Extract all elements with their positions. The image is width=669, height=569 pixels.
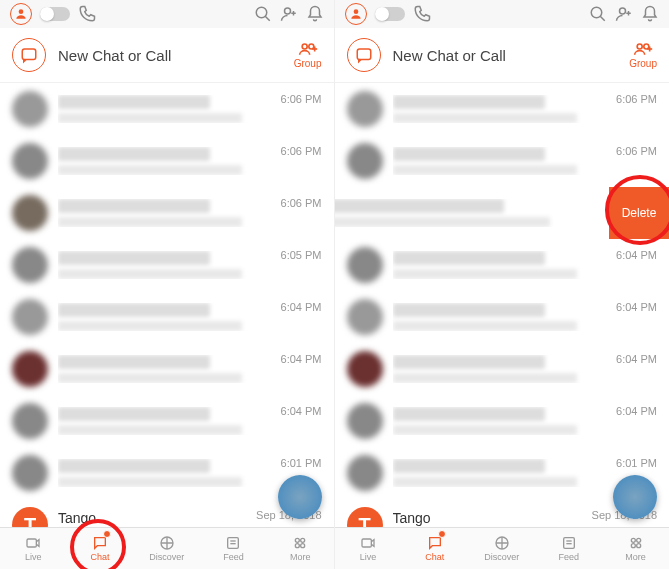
tab-live[interactable]: Live [335,528,402,569]
chat-avatar [347,403,383,439]
phone-icon[interactable] [78,5,96,23]
svg-point-21 [591,7,602,18]
svg-point-23 [620,8,626,14]
chat-row[interactable]: 6:06 PM [335,135,670,187]
tab-feed[interactable]: Feed [200,528,267,569]
chat-row[interactable]: 6:06 PM [0,187,334,239]
svg-point-19 [301,544,305,548]
chat-time: 6:01 PM [616,457,657,469]
chat-time: 6:06 PM [281,93,322,105]
chat-badge [103,530,111,538]
chat-row[interactable]: 6:04 PM [335,239,670,291]
tab-chat[interactable]: Chat [401,528,468,569]
add-friend-icon[interactable] [280,5,298,23]
svg-point-3 [284,8,290,14]
chat-avatar [12,195,48,231]
chat-name: Tango [393,510,586,526]
chat-time: 6:06 PM [616,93,657,105]
profile-avatar[interactable] [10,3,32,25]
topbar [335,0,670,28]
new-chat-icon [347,38,381,72]
delete-button[interactable]: Delete [609,187,669,239]
new-chat-label: New Chat or Call [58,47,294,64]
bell-icon[interactable] [306,5,324,23]
tab-bar: Live Chat Discover Feed More [335,527,670,569]
tab-chat[interactable]: Chat [67,528,134,569]
svg-point-17 [301,538,305,542]
chat-time: 6:04 PM [281,301,322,313]
chat-avatar [12,299,48,335]
chat-row[interactable]: 6:04 PM [335,343,670,395]
svg-point-1 [256,7,267,18]
chat-avatar [347,91,383,127]
svg-point-38 [631,544,635,548]
chat-row[interactable]: 6:06 PM [0,83,334,135]
svg-point-20 [353,9,358,14]
svg-point-37 [636,538,640,542]
chat-row[interactable]: 6:06 PM [0,135,334,187]
chat-row[interactable]: Delete [335,187,610,239]
chat-time: 6:04 PM [281,353,322,365]
new-chat-label: New Chat or Call [393,47,630,64]
phone-icon[interactable] [413,5,431,23]
chat-row[interactable]: 6:04 PM [0,343,334,395]
svg-point-16 [295,538,299,542]
svg-point-7 [302,44,307,49]
svg-point-18 [295,544,299,548]
new-chat-row[interactable]: New Chat or Call Group [335,28,670,83]
svg-rect-31 [362,539,371,547]
chat-row[interactable]: 6:05 PM [0,239,334,291]
chat-avatar [12,351,48,387]
chat-avatar [12,143,48,179]
chat-time: 6:01 PM [281,457,322,469]
floating-avatar[interactable] [613,475,657,519]
add-friend-icon[interactable] [615,5,633,23]
chat-time: 6:05 PM [281,249,322,261]
search-icon[interactable] [589,5,607,23]
chat-time: 6:04 PM [281,405,322,417]
status-toggle[interactable] [375,7,405,21]
status-toggle[interactable] [40,7,70,21]
chat-time: 6:04 PM [616,249,657,261]
chat-time: 6:04 PM [616,353,657,365]
tab-discover[interactable]: Discover [468,528,535,569]
chat-time: 6:06 PM [281,197,322,209]
chat-time: 6:06 PM [281,145,322,157]
tab-more[interactable]: More [267,528,334,569]
new-chat-row[interactable]: New Chat or Call Group [0,28,334,83]
chat-name: Tango [58,510,250,526]
chat-avatar [12,403,48,439]
group-button[interactable]: Group [629,42,657,69]
floating-avatar[interactable] [278,475,322,519]
new-chat-icon [12,38,46,72]
svg-rect-11 [27,539,36,547]
group-button[interactable]: Group [294,42,322,69]
bell-icon[interactable] [641,5,659,23]
right-pane: New Chat or Call Group 6:06 PM6:06 PMDel… [335,0,670,569]
chat-row[interactable]: 6:04 PM [335,395,670,447]
chat-avatar [347,143,383,179]
svg-point-0 [19,9,24,14]
tab-more[interactable]: More [602,528,669,569]
chat-avatar [347,247,383,283]
chat-row[interactable]: 6:04 PM [335,291,670,343]
chat-avatar [12,91,48,127]
tab-feed[interactable]: Feed [535,528,602,569]
profile-avatar[interactable] [345,3,367,25]
left-pane: New Chat or Call Group 6:06 PM6:06 PM6:0… [0,0,335,569]
chat-avatar [12,247,48,283]
chat-avatar [347,351,383,387]
chat-row[interactable]: 6:04 PM [0,395,334,447]
tab-bar: Live Chat Discover Feed More [0,527,334,569]
chat-time: 6:06 PM [616,145,657,157]
chat-row[interactable]: 6:04 PM [0,291,334,343]
svg-rect-26 [357,49,371,60]
chat-row[interactable]: 6:06 PM [335,83,670,135]
chat-avatar [347,455,383,491]
tab-live[interactable]: Live [0,528,67,569]
svg-point-36 [631,538,635,542]
svg-rect-6 [22,49,36,60]
tab-discover[interactable]: Discover [133,528,200,569]
svg-point-27 [637,44,642,49]
search-icon[interactable] [254,5,272,23]
